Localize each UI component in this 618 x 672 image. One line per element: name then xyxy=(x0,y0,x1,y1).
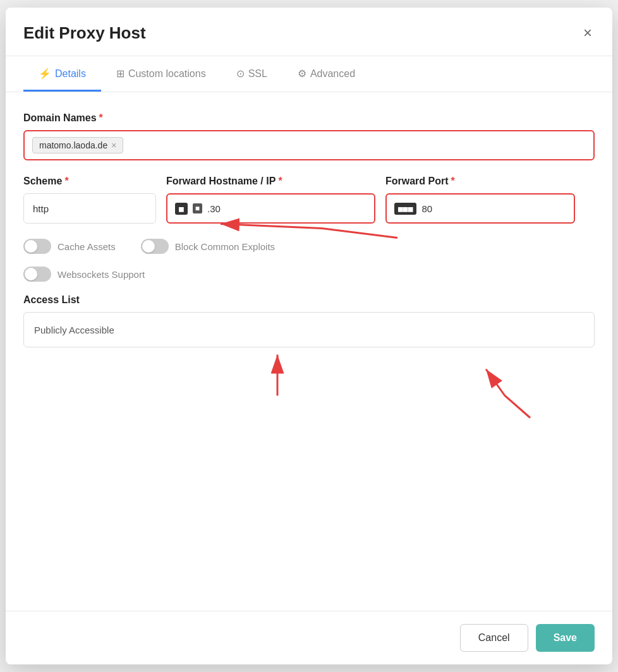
websockets-toggle-item: Websockets Support xyxy=(23,267,145,282)
hostname-value: .30 xyxy=(207,203,221,214)
domain-required-asterisk: * xyxy=(99,112,103,124)
remove-domain-tag[interactable]: × xyxy=(111,140,116,150)
layers-icon: ⊞ xyxy=(116,68,124,80)
port-ip-block: ■■■ xyxy=(394,203,416,215)
hostname-field: Forward Hostname / IP * ■ ■ .30 xyxy=(166,176,375,224)
tab-ssl[interactable]: ⊙ SSL xyxy=(221,56,282,92)
websockets-label: Websockets Support xyxy=(58,269,145,280)
modal-title: Edit Proxy Host xyxy=(23,23,146,43)
block-exploits-toggle[interactable] xyxy=(141,239,169,254)
tab-details[interactable]: ⚡ Details xyxy=(23,56,101,92)
modal-header: Edit Proxy Host × xyxy=(6,8,612,56)
cancel-button[interactable]: Cancel xyxy=(460,624,528,652)
port-input-wrapper[interactable]: ■■■ 80 xyxy=(385,193,575,224)
port-value: 80 xyxy=(421,203,432,214)
cache-assets-toggle-item: Cache Assets xyxy=(23,239,116,254)
tab-advanced-label: Advanced xyxy=(310,68,355,80)
hostname-label: Forward Hostname / IP * xyxy=(166,176,375,187)
details-icon: ⚡ xyxy=(39,68,51,80)
tabs-bar: ⚡ Details ⊞ Custom locations ⊙ SSL ⚙ Adv… xyxy=(6,56,612,92)
shield-icon: ⊙ xyxy=(236,68,245,80)
tab-details-label: Details xyxy=(55,68,86,80)
port-field: Forward Port * ■■■ 80 xyxy=(385,176,595,224)
close-button[interactable]: × xyxy=(581,23,595,43)
modal-content-area: Domain Names * matomo.laoda.de × Scheme … xyxy=(6,92,612,611)
gear-icon: ⚙ xyxy=(298,68,306,80)
access-list-input[interactable]: Publicly Accessible xyxy=(23,312,595,347)
block-exploits-toggle-item: Block Common Exploits xyxy=(141,239,275,254)
scheme-input[interactable] xyxy=(23,193,156,224)
tab-custom-locations[interactable]: ⊞ Custom locations xyxy=(101,56,221,92)
domain-names-input-wrapper[interactable]: matomo.laoda.de × xyxy=(23,130,595,160)
websockets-toggle[interactable] xyxy=(23,267,51,282)
toggles-row-1: Cache Assets Block Common Exploits xyxy=(23,239,595,254)
tab-ssl-label: SSL xyxy=(248,68,267,80)
hostname-ip-small: ■ xyxy=(193,203,202,213)
scheme-field: Scheme * xyxy=(23,176,156,224)
domain-names-field: Domain Names * matomo.laoda.de × xyxy=(23,112,595,160)
modal-body: Domain Names * matomo.laoda.de × Scheme … xyxy=(6,92,612,383)
scheme-hostname-port-row: Scheme * Forward Hostname / IP * ■ ■ .30 xyxy=(23,176,595,224)
cache-assets-toggle[interactable] xyxy=(23,239,51,254)
modal-footer: Cancel Save xyxy=(6,611,612,664)
hostname-ip-block: ■ xyxy=(175,203,188,215)
block-exploits-label: Block Common Exploits xyxy=(175,241,275,252)
hostname-input-wrapper[interactable]: ■ ■ .30 xyxy=(166,193,375,224)
domain-tag: matomo.laoda.de × xyxy=(32,137,123,153)
save-button[interactable]: Save xyxy=(536,624,595,652)
tab-custom-locations-label: Custom locations xyxy=(128,68,206,80)
tab-advanced[interactable]: ⚙ Advanced xyxy=(282,56,370,92)
domain-names-label: Domain Names * xyxy=(23,112,595,124)
toggles-row-2: Websockets Support xyxy=(23,267,595,282)
port-label: Forward Port * xyxy=(385,176,595,187)
access-list-label: Access List xyxy=(23,294,595,306)
edit-proxy-host-modal: Edit Proxy Host × ⚡ Details ⊞ Custom loc… xyxy=(6,8,612,664)
scheme-label: Scheme * xyxy=(23,176,156,187)
cache-assets-label: Cache Assets xyxy=(58,241,116,252)
access-list-field: Access List Publicly Accessible xyxy=(23,294,595,347)
